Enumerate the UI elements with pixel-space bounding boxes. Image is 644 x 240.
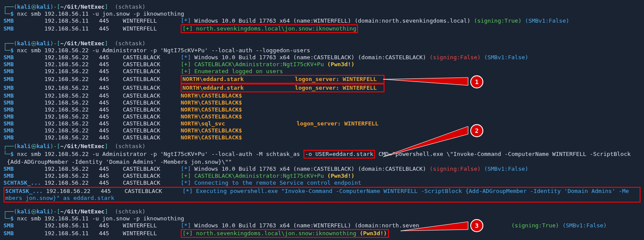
callout-3: 3 [470, 219, 483, 232]
command-4[interactable]: └─$ nxc smb 192.168.56.11 -u jon.snow -p… [3, 215, 641, 222]
out-b2-l3: SMB 192.168.56.22 445 CASTELBLACK [+] En… [3, 68, 641, 75]
out-b2-eddard2: SMB 192.168.56.22 445 CASTELBLACK NORTH\… [3, 84, 641, 92]
out-b4-l1: SMB 192.168.56.11 445 WINTERFELL [*] Win… [3, 222, 641, 229]
out-b3-l2: SMB 192.168.56.22 445 CASTELBLACK [+] CA… [3, 172, 641, 179]
command-3[interactable]: └─$ nxc smb 192.168.56.22 -u Administrat… [3, 150, 641, 159]
command-3b[interactable]: {Add-ADGroupMember -Identity 'Domain Adm… [3, 159, 641, 166]
out-b3-sch1: SCHTASK_... 192.168.56.22 445 CASTELBLAC… [3, 179, 641, 186]
prompt-line-2: ┌──(kali㉿kali)-[~/Git/NetExec] (schtask) [3, 40, 641, 47]
out-b4-l2: SMB 192.168.56.11 445 WINTERFELL [+] nor… [3, 229, 641, 238]
out-b3-sch2: SCHTASK_... 192.168.56.22 445 CASTELBLAC… [5, 188, 639, 195]
out-b2-eddard1: SMB 192.168.56.22 445 CASTELBLACK NORTH\… [3, 75, 641, 84]
out-b3-l1: SMB 192.168.56.22 445 CASTELBLACK [*] Wi… [3, 166, 641, 172]
prompt-line-3: ┌──(kali㉿kali)-[~/Git/NetExec] (schtask) [3, 143, 641, 150]
out-b3-sch3: mbers jon.snow}" as eddard.stark [5, 195, 639, 202]
out-b2-sql: SMB 192.168.56.22 445 CASTELBLACK NORTH\… [3, 120, 641, 127]
out-b2-cb6: SMB 192.168.56.22 445 CASTELBLACK NORTH\… [3, 134, 641, 141]
out-b2-cb4: SMB 192.168.56.22 445 CASTELBLACK NORTH\… [3, 113, 641, 120]
out-b2-cb3: SMB 192.168.56.22 445 CASTELBLACK NORTH\… [3, 106, 641, 113]
out-b2-cb2: SMB 192.168.56.22 445 CASTELBLACK NORTH\… [3, 99, 641, 106]
prompt-line-4: ┌──(kali㉿kali)-[~/Git/NetExec] (schtask) [3, 208, 641, 215]
exec-highlight-box: SCHTASK_... 192.168.56.22 445 CASTELBLAC… [3, 187, 641, 203]
command-2[interactable]: └─$ nxc smb 192.168.56.22 -u Administrat… [3, 47, 641, 54]
out-b2-cb1: SMB 192.168.56.22 445 CASTELBLACK NORTH\… [3, 92, 641, 99]
out-b2-cb5: SMB 192.168.56.22 445 CASTELBLACK NORTH\… [3, 127, 641, 134]
out-b1-l1: SMB 192.168.56.11 445 WINTERFELL [*] Win… [3, 17, 641, 24]
out-b1-l2: SMB 192.168.56.11 445 WINTERFELL [+] nor… [3, 24, 641, 33]
callout-1: 1 [470, 75, 483, 88]
prompt-line-1: ┌──(kali㉿kali)-[~/Git/NetExec] (schtask) [3, 3, 641, 10]
out-b2-l2: SMB 192.168.56.22 445 CASTELBLACK [+] CA… [3, 61, 641, 68]
command-1[interactable]: └─$ nxc smb 192.168.56.11 -u jon.snow -p… [3, 10, 641, 17]
callout-2: 2 [470, 124, 483, 137]
out-b2-l1: SMB 192.168.56.22 445 CASTELBLACK [*] Wi… [3, 54, 641, 61]
